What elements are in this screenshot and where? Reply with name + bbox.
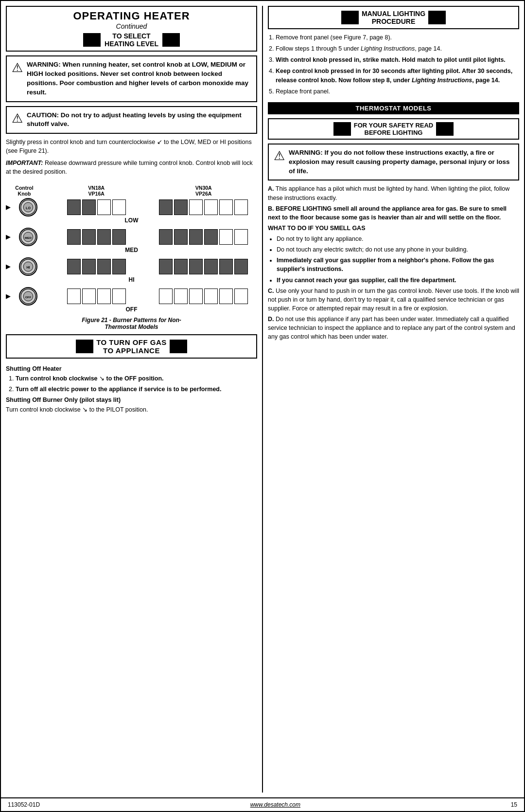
footer-page-number: 15 <box>511 801 517 808</box>
continued-label: Continued <box>9 22 254 30</box>
body-para-1: Slightly press in control knob and turn … <box>6 138 257 155</box>
arrow-hi: ▶ <box>6 263 14 270</box>
black-box-gas-left <box>76 340 93 353</box>
footer-website: www.desatech.com <box>250 801 300 808</box>
shutoff-burner-text: Turn control knob clockwise ↘ to the PIL… <box>6 405 257 414</box>
black-box-safety-right <box>436 122 454 136</box>
bars-hi-vn18a <box>43 259 150 274</box>
warning-icon-1: ⚠ <box>12 61 23 74</box>
shutoff-step-2: Turn off all electric power to the appli… <box>16 385 257 394</box>
section-a: A. This appliance has a pilot which must… <box>268 184 519 202</box>
svg-text:OFF: OFF <box>25 295 32 298</box>
page-title: OPERATING HEATER <box>9 10 254 22</box>
diagram-section: ControlKnob VN18AVP16A VN30AVP26A ▶ <box>6 185 257 330</box>
proc-step-4: Keep control knob pressed in for 30 seco… <box>276 67 519 84</box>
proc-step-5: Replace front panel. <box>276 87 519 96</box>
warning-text-1: WARNING: When running heater, set contro… <box>27 60 251 97</box>
black-box-gas-right <box>170 340 187 353</box>
knob-svg-hi: HI <box>20 257 36 276</box>
knob-svg-low: LO <box>20 198 36 217</box>
bars-med-vn30a <box>150 229 258 245</box>
bars-off-vn18a <box>43 289 150 304</box>
body-text-1: Slightly press in control knob and turn … <box>6 138 257 179</box>
bars-low-vn30a <box>150 199 258 215</box>
diagram-row-low: ▶ LO <box>6 198 257 224</box>
shutoff-heater-subtitle: Shutting Off Heater <box>6 364 257 373</box>
arrow-off: ▶ <box>6 292 14 300</box>
right-sections-ab: A. This appliance has a pilot which must… <box>268 184 519 343</box>
turn-off-gas-text: TO TURN OFF GAS TO APPLIANCE <box>96 338 167 355</box>
black-box-right <box>162 33 180 47</box>
right-column: MANUAL LIGHTING PROCEDURE Remove front p… <box>268 6 519 793</box>
black-box-manual-right <box>428 11 446 24</box>
level-label-low: LOW <box>6 217 257 224</box>
svg-text:MED: MED <box>25 235 32 239</box>
caution-icon-1: ⚠ <box>12 112 23 125</box>
warning-box-2: ⚠ WARNING: If you do not follow these in… <box>268 144 519 181</box>
thermostat-header: THERMOSTAT MODELS <box>268 102 519 114</box>
warning-text-2: WARNING: If you do not follow these inst… <box>289 148 513 176</box>
black-box-manual-left <box>341 11 359 24</box>
knob-low: LO <box>14 198 43 217</box>
diagram-header-vn18a: VN18AVP16A <box>43 185 150 197</box>
bars-off-vn30a <box>150 289 258 304</box>
select-level-row: TO SELECT HEATING LEVEL <box>9 32 254 48</box>
knob-off: OFF <box>14 287 43 306</box>
level-label-off: OFF <box>6 306 257 313</box>
body-para-2: IMPORTANT: Release downward pressure whi… <box>6 159 257 176</box>
footer-doc-number: 113052-01D <box>8 801 40 808</box>
proc-step-1: Remove front panel (see Figure 7, page 8… <box>276 33 519 42</box>
warning-box-1: ⚠ WARNING: When running heater, set cont… <box>6 55 257 102</box>
arrow-low: ▶ <box>6 203 14 211</box>
select-level-text: TO SELECT HEATING LEVEL <box>105 32 158 48</box>
section-c: C. Use only your hand to push in or turn… <box>268 287 519 313</box>
bars-med-vn18a <box>43 229 150 245</box>
safety-header-text: FOR YOUR SAFETY READ BEFORE LIGHTING <box>354 122 433 136</box>
footer: 113052-01D www.desatech.com 15 <box>1 797 524 811</box>
diagram-row-hi: ▶ HI <box>6 257 257 283</box>
svg-text:LO: LO <box>26 206 31 210</box>
knob-svg-med: MED <box>20 228 36 246</box>
svg-text:HI: HI <box>26 265 30 269</box>
level-label-med: MED <box>6 247 257 253</box>
level-label-hi: HI <box>6 276 257 283</box>
diagram-row-off: ▶ OFF <box>6 287 257 313</box>
turn-off-gas-header: TO TURN OFF GAS TO APPLIANCE <box>6 334 257 359</box>
shutoff-burner-subtitle: Shutting Off Burner Only (pilot stays li… <box>6 396 257 404</box>
smell-gas-1: Do not try to light any appliance. <box>277 235 519 243</box>
important-label: IMPORTANT: <box>6 160 43 166</box>
column-divider <box>262 6 263 793</box>
warning-icon-2: ⚠ <box>274 149 285 162</box>
procedure-ol: Remove front panel (see Figure 7, page 8… <box>276 33 519 96</box>
caution-box-1: ⚠ CAUTION: Do not try to adjust heating … <box>6 106 257 134</box>
left-column: OPERATING HEATER Continued TO SELECT HEA… <box>6 6 257 793</box>
title-section: OPERATING HEATER Continued TO SELECT HEA… <box>6 6 257 52</box>
section-d: D. Do not use this appliance if any part… <box>268 315 519 341</box>
shutoff-step-1: Turn control knob clockwise ↘ to the OFF… <box>16 374 257 383</box>
page-wrapper: OPERATING HEATER Continued TO SELECT HEA… <box>0 0 525 812</box>
bars-low-vn18a <box>43 199 150 215</box>
diagram-header-knob: ControlKnob <box>6 185 43 197</box>
knob-med: MED <box>14 228 43 246</box>
proc-step-3: With control knob pressed in, strike mat… <box>276 55 519 64</box>
diagram-header-vn30a: VN30AVP26A <box>150 185 258 197</box>
safety-header: FOR YOUR SAFETY READ BEFORE LIGHTING <box>268 118 519 140</box>
section-b: B. BEFORE LIGHTING smell all around the … <box>268 204 519 222</box>
black-box-safety-left <box>333 122 351 136</box>
caution-text-1: CAUTION: Do not try to adjust heating le… <box>27 111 251 129</box>
diagram-headers: ControlKnob VN18AVP16A VN30AVP26A <box>6 185 257 197</box>
smell-gas-bullets: Do not try to light any appliance. Do no… <box>277 235 519 285</box>
figure-caption: Figure 21 - Burner Patterns for Non- The… <box>6 317 257 330</box>
smell-gas-header: WHAT TO DO IF YOU SMELL GAS <box>268 224 519 233</box>
smell-gas-3: Immediately call your gas supplier from … <box>277 256 519 273</box>
procedure-steps: Remove front panel (see Figure 7, page 8… <box>268 33 519 98</box>
arrow-med: ▶ <box>6 233 14 240</box>
manual-lighting-text: MANUAL LIGHTING PROCEDURE <box>362 10 425 25</box>
bars-hi-vn30a <box>150 259 258 274</box>
manual-lighting-header: MANUAL LIGHTING PROCEDURE <box>268 6 519 29</box>
smell-gas-4: If you cannot reach your gas supplier, c… <box>277 276 519 285</box>
shutoff-heater-steps: Turn control knob clockwise ↘ to the OFF… <box>16 374 257 394</box>
proc-step-2: Follow steps 1 through 5 under Lighting … <box>276 44 519 53</box>
black-box-left <box>83 33 101 47</box>
main-content: OPERATING HEATER Continued TO SELECT HEA… <box>1 1 524 797</box>
